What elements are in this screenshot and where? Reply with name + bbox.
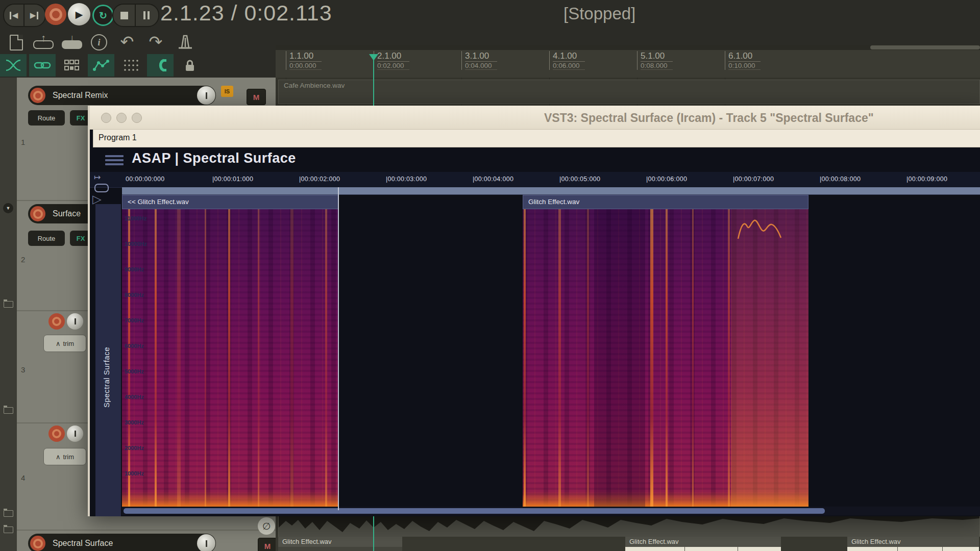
spectral-streak — [728, 209, 730, 507]
track1-input-badge[interactable]: IS — [221, 86, 233, 97]
ruler-label[interactable]: 6.1.00 0:10.000 — [725, 51, 761, 70]
transport-time-display[interactable]: 2.1.23 / 0:02.113 — [160, 1, 332, 26]
grid-settings-button[interactable] — [58, 54, 85, 77]
ruler-label[interactable]: 3.1.00 0:04.000 — [461, 51, 497, 70]
plugin-track-sidebar[interactable]: Spectral Surface — [95, 204, 121, 516]
folder-icon[interactable] — [4, 301, 13, 308]
metronome-button[interactable] — [174, 32, 197, 52]
record-button[interactable] — [45, 4, 66, 25]
window-zoom-button[interactable] — [132, 113, 142, 123]
track-number: 2 — [21, 255, 25, 264]
frequency-label: 9000Hz — [125, 266, 144, 272]
track1-name[interactable]: Spectral Remix — [53, 91, 108, 100]
frequency-label: 8000Hz — [125, 292, 144, 298]
open-project-button[interactable]: ↑ — [31, 31, 56, 52]
pause-button[interactable] — [135, 5, 157, 26]
ruler-label[interactable]: 2.1.00 0:02.000 — [374, 51, 409, 70]
stop-button[interactable] — [113, 5, 135, 26]
clip1-header[interactable]: << Glitch Effect.wav — [122, 195, 339, 209]
track2-route-button[interactable]: Route — [28, 231, 65, 246]
plugin-menu-button[interactable] — [105, 155, 124, 167]
spectral-streak — [558, 209, 561, 507]
bottom-track-header[interactable]: Spectral Surface — [28, 534, 216, 551]
seek-arrow-icon[interactable]: ↦ — [94, 172, 101, 182]
plugin-playhead[interactable] — [338, 187, 339, 510]
track4-trim-button[interactable]: ∧trim — [43, 448, 86, 465]
record-arm-icon — [52, 429, 61, 438]
snap-toggle[interactable] — [147, 54, 174, 77]
audio-item-waveform[interactable] — [278, 516, 980, 537]
arrange-area-top[interactable]: Cafe Ambience.wav — [276, 78, 980, 106]
spectrogram-clip2[interactable] — [523, 209, 808, 507]
spectral-streak — [587, 209, 589, 507]
arrange-area-bottom[interactable]: Glitch Effect.wav Glitch Effect.wav Glit… — [276, 516, 980, 551]
locking-button[interactable] — [177, 54, 203, 77]
track1-volume-knob[interactable] — [197, 86, 215, 105]
track1-mute-button[interactable]: M — [247, 89, 266, 105]
bottom-track-mute-button[interactable]: M — [258, 538, 277, 551]
spectral-streak — [524, 209, 526, 507]
plugin-scrollbar-track[interactable] — [122, 507, 980, 515]
track1-route-button[interactable]: Route — [28, 110, 65, 126]
plugin-timeline-ruler[interactable]: 00:00:00:000|00:00:01:000|00:00:02:000|0… — [90, 172, 980, 188]
clip2-header[interactable]: Glitch Effect.wav — [523, 195, 808, 209]
new-project-button[interactable] — [6, 33, 27, 52]
program-selector[interactable]: Program 1 — [93, 129, 980, 147]
envelope-toggle[interactable] — [88, 54, 114, 77]
track1-header[interactable]: Spectral Remix — [28, 86, 216, 105]
item-grouping-toggle[interactable] — [29, 54, 56, 77]
track3-trim-button[interactable]: ∧trim — [43, 335, 86, 352]
ruler-label[interactable]: 4.1.00 0:06.000 — [549, 51, 585, 70]
audio-item-cafe-ambience[interactable]: Cafe Ambience.wav — [278, 80, 980, 104]
save-project-button[interactable]: ↓ — [59, 31, 85, 52]
redo-button[interactable]: ↷ — [144, 32, 167, 52]
go-to-start-button[interactable]: ◀ — [4, 5, 23, 26]
undo-button[interactable]: ↶ — [115, 32, 139, 52]
record-arm-button[interactable] — [30, 206, 45, 221]
audio-item-glitch-effect[interactable]: Glitch Effect.wav — [847, 537, 979, 547]
audio-item-body[interactable] — [625, 547, 781, 551]
timeline-ruler[interactable]: 1.1.00 0:00.000 2.1.00 0:02.000 3.1.00 0… — [276, 45, 980, 79]
audio-item-glitch-effect[interactable]: Glitch Effect.wav — [625, 537, 781, 547]
record-arm-icon — [52, 317, 61, 326]
window-minimize-button[interactable] — [116, 113, 127, 123]
bottom-track-name[interactable]: Spectral Surface — [53, 539, 113, 548]
spectrogram-clip1[interactable] — [122, 209, 339, 507]
repeat-button[interactable]: ↻ — [92, 5, 114, 26]
plugin-scrollbar-thumb[interactable] — [124, 508, 825, 514]
collapse-tracks-button[interactable]: ▼ — [3, 203, 13, 213]
item-label: Glitch Effect.wav — [282, 538, 332, 545]
bottom-track-volume-knob[interactable] — [197, 534, 215, 551]
crossfade-icon — [5, 59, 21, 72]
track4-pan-knob[interactable] — [67, 425, 83, 442]
plugin-titlebar[interactable]: VST3: Spectral Surface (Ircam) - Track 5… — [90, 106, 980, 130]
project-info-button[interactable]: i — [89, 33, 109, 52]
clip1-label: << Glitch Effect.wav — [128, 198, 189, 206]
folder-icon[interactable] — [4, 407, 13, 414]
ruler-label[interactable]: 1.1.00 0:00.000 — [286, 51, 322, 70]
folder-icon[interactable] — [4, 527, 13, 533]
play-button[interactable]: ▶ — [68, 3, 90, 26]
phase-invert-button[interactable]: ∅ — [258, 517, 275, 535]
loop-region-icon[interactable] — [94, 184, 109, 192]
ruler-label[interactable]: 5.1.00 0:08.000 — [637, 51, 673, 70]
snap-spacing-button[interactable] — [117, 54, 144, 77]
record-arm-button[interactable] — [30, 536, 45, 551]
audio-item-glitch-effect[interactable]: Glitch Effect.wav — [278, 537, 402, 547]
plugin-timecode-label: |00:00:08:000 — [820, 176, 861, 183]
window-close-button[interactable] — [101, 113, 111, 123]
ruler-time-label: 0:10.000 — [728, 62, 761, 70]
audio-item-body[interactable] — [847, 547, 979, 551]
track3-pan-knob[interactable] — [67, 313, 83, 330]
crossfade-toggle[interactable] — [0, 54, 27, 77]
audio-item-body[interactable] — [278, 547, 402, 551]
track2-name[interactable]: Surface — [53, 209, 81, 218]
track4-record-arm[interactable] — [48, 425, 65, 442]
edit-cursor-marker[interactable] — [369, 54, 378, 61]
record-arm-button[interactable] — [30, 88, 45, 103]
folder-icon[interactable] — [4, 510, 13, 517]
drawn-annotation-curve[interactable] — [736, 215, 783, 244]
loop-selection-bar[interactable] — [122, 187, 980, 195]
track3-record-arm[interactable] — [48, 313, 65, 330]
go-to-end-button[interactable]: ▶ — [23, 5, 44, 26]
